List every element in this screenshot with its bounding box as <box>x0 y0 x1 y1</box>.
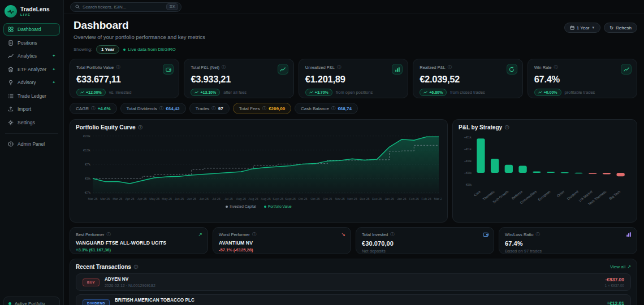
arrow-up-right-icon: ↗ <box>627 264 631 269</box>
upload-icon <box>8 106 14 112</box>
showing-label: Showing: <box>74 47 92 52</box>
pnl-by-strategy-card: P&L by Strategyⓘ +€1k+€1k+€0k+€0k-€0kCor… <box>452 119 637 223</box>
info-icon[interactable]: ⓘ <box>139 125 143 130</box>
dashboard-content: Dashboard Overview of your portfolio per… <box>64 14 644 305</box>
info-icon[interactable]: ⓘ <box>91 106 96 111</box>
search-input[interactable] <box>83 5 163 10</box>
svg-text:Mar 25: Mar 25 <box>88 197 97 201</box>
svg-text:€7k: €7k <box>85 163 91 166</box>
sidebar-item-dashboard[interactable]: Dashboard <box>3 23 60 36</box>
legend-label: Invested Capital <box>230 204 256 208</box>
svg-text:Other: Other <box>556 190 565 198</box>
sidebar-item-trade-ledger[interactable]: Trade Ledger <box>3 90 60 102</box>
info-icon[interactable]: ⓘ <box>535 232 540 237</box>
svg-text:Jun 25: Jun 25 <box>199 197 209 201</box>
sidebar-item-etf-analyzer[interactable]: ETF Analyzer ✦ <box>3 63 60 76</box>
svg-text:Jan 26: Jan 26 <box>384 197 394 201</box>
info-icon[interactable]: ⓘ <box>505 125 509 130</box>
svg-text:Jan 26: Jan 26 <box>397 197 407 201</box>
svg-text:Big Tech: Big Tech <box>609 190 621 201</box>
stat-caption: vs. invested <box>109 90 132 95</box>
svg-text:-€7k: -€7k <box>84 191 91 194</box>
sidebar-item-analytics[interactable]: Analytics ✦ <box>3 50 60 62</box>
stat-label: Win Rate <box>534 65 552 70</box>
list-icon <box>8 93 14 99</box>
svg-text:Apr 25: Apr 25 <box>125 197 134 201</box>
refresh-button[interactable]: ↻ Refresh <box>604 23 637 33</box>
svg-text:Oct 25: Oct 25 <box>298 197 307 201</box>
info-icon[interactable]: ⓘ <box>222 64 226 70</box>
calendar-icon <box>570 25 574 30</box>
active-portfolio-selector[interactable]: Active Portfolio <box>3 297 60 305</box>
svg-text:+€0k: +€0k <box>464 159 472 163</box>
svg-text:€20k: €20k <box>83 134 91 138</box>
sidebar-item-settings[interactable]: Settings <box>3 116 60 129</box>
info-icon[interactable]: ⓘ <box>134 264 139 270</box>
wallet-icon <box>163 64 174 75</box>
metric-pill-total-fees: Total Feesⓘ €209,00 <box>233 103 291 114</box>
search-bar[interactable]: ⌘K <box>70 2 181 12</box>
card-label: Best Performer <box>76 232 104 237</box>
transaction-amount-detail: 1 × €937.00 <box>604 284 624 287</box>
svg-text:Feb 26: Feb 26 <box>422 197 431 201</box>
info-icon[interactable]: ⓘ <box>331 106 336 111</box>
info-icon[interactable]: ⓘ <box>106 232 111 237</box>
bar-chart-icon <box>392 64 403 75</box>
svg-text:Core: Core <box>473 190 481 197</box>
stat-caption: from open positions <box>336 90 373 95</box>
svg-text:Oct 25: Oct 25 <box>310 197 319 201</box>
search-icon <box>75 5 80 9</box>
info-icon[interactable]: ⓘ <box>262 106 267 111</box>
svg-text:Aug 25: Aug 25 <box>236 197 246 201</box>
svg-text:Dec 25: Dec 25 <box>360 197 369 201</box>
search-shortcut-badge: ⌘K <box>166 3 178 10</box>
metric-pill-trades: Tradesⓘ 97 <box>189 103 230 114</box>
chart-line-icon <box>8 53 14 59</box>
svg-text:Sept 25: Sept 25 <box>285 197 296 201</box>
info-icon[interactable]: ⓘ <box>448 64 452 70</box>
trend-up-icon <box>80 91 84 94</box>
transaction-row[interactable]: DIVIDEND BRITISH AMERICAN TOBACCO PLC 20… <box>76 294 631 305</box>
view-all-link[interactable]: View all↗ <box>610 264 631 269</box>
info-icon[interactable]: ⓘ <box>159 106 164 111</box>
svg-text:Apr 25: Apr 25 <box>137 197 146 201</box>
sidebar-item-advisory[interactable]: Advisory ✦ <box>3 76 60 89</box>
win-loss-ratio-value: 67.4% <box>505 240 631 247</box>
admin-icon <box>8 141 14 147</box>
chart-legend: Invested Capital Portfolio Value <box>76 204 442 208</box>
sidebar-item-label: Settings <box>18 120 35 125</box>
recent-transactions-card: Recent Transactionsⓘ View all↗ BUY ADYEN… <box>70 259 637 305</box>
sidebar-item-label: Trade Ledger <box>18 93 46 99</box>
card-label: Worst Performer <box>219 232 250 237</box>
metric-value: €209,00 <box>269 106 285 111</box>
info-icon[interactable]: ⓘ <box>390 232 395 237</box>
trend-up-icon <box>423 91 427 94</box>
period-select-button[interactable]: 1 Year ▼ <box>564 23 601 33</box>
card-label: Total Invested <box>362 232 388 237</box>
info-icon[interactable]: ⓘ <box>252 232 257 237</box>
svg-text:+€1k: +€1k <box>464 136 472 139</box>
sidebar-item-positions[interactable]: Positions <box>3 37 60 49</box>
transactions-title: Recent Transactions <box>76 264 131 270</box>
info-icon[interactable]: ⓘ <box>116 64 120 70</box>
worst-performer-name: AVANTIUM NV <box>219 240 345 246</box>
transaction-amount: -€937.00 <box>604 277 624 282</box>
svg-text:Nov 25: Nov 25 <box>347 197 357 201</box>
metric-value: +4.6% <box>98 106 111 111</box>
transaction-name: BRITISH AMERICAN TOBACCO PLC <box>115 298 195 303</box>
stat-label: Unrealized P&L <box>305 65 335 70</box>
svg-text:Feb 26: Feb 26 <box>409 197 419 201</box>
sidebar-item-import[interactable]: Import <box>3 103 60 115</box>
app-logo-icon <box>5 5 17 18</box>
info-icon[interactable]: ⓘ <box>337 64 342 70</box>
svg-text:Nov 25: Nov 25 <box>335 197 344 201</box>
range-pill[interactable]: 1 Year <box>96 45 119 54</box>
grid-icon <box>8 27 14 32</box>
stat-change-badge: +6.80% <box>420 89 447 96</box>
sidebar-item-admin-panel[interactable]: Admin Panel <box>3 138 60 150</box>
info-icon[interactable]: ⓘ <box>554 64 558 70</box>
info-icon[interactable]: ⓘ <box>211 106 216 111</box>
app-live-badge: LIVE <box>20 13 50 16</box>
transaction-row[interactable]: BUY ADYEN NV 2026-02-12 · NL0012969182 -… <box>76 273 631 291</box>
svg-text:+€0k: +€0k <box>464 171 472 175</box>
